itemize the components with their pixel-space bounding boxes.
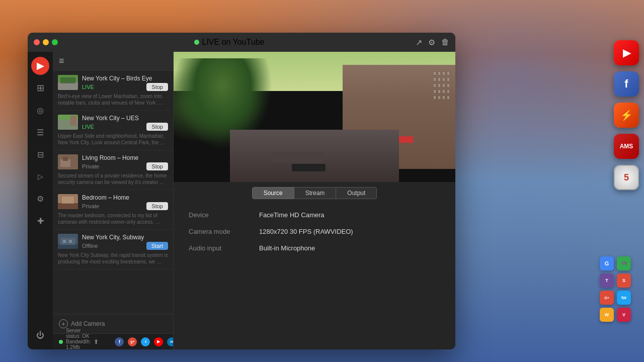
car-1 [272,152,323,162]
add-plus-icon[interactable]: ✚ [31,212,49,230]
social-linkedin-icon[interactable]: in [167,337,174,346]
source-row-audio-input: Audio input Built-in Microphone [189,244,440,252]
svg-rect-2 [60,77,75,83]
sm-icon-2[interactable]: 🎮 [617,256,631,270]
social-facebook-icon[interactable]: f [115,337,124,346]
tab-output[interactable]: Output [336,187,377,199]
lightning-dock-icon[interactable]: ⚡ [614,103,639,128]
camera-name-2: New York City – UES [82,115,168,122]
camera-status-1: LIVE [82,84,94,90]
sm-icon-5[interactable]: G+ [600,291,614,305]
camera-item-nyc-ues[interactable]: New York City – UES LIVE Stop Upper East… [53,111,173,150]
live-indicator: LIVE on YouTube [194,38,265,47]
facebook-dock-icon[interactable]: f [614,71,639,97]
camera-desc-3: Secured stream of a private residence, t… [58,172,168,186]
camera-status-2: LIVE [82,124,94,130]
stop-button-4[interactable]: Stop [146,202,168,210]
camera-status-row-5: Offline Start [82,242,168,250]
sm-icon-7[interactable]: W [600,308,614,322]
header-actions: ↗ ⚙ 🗑 [416,38,449,47]
camera-list-panel: ≡ New York City – Bir [53,52,174,349]
sm-icon-1[interactable]: G [600,256,614,270]
upload-icon: ⬆ [94,338,99,345]
svg-rect-15 [63,240,66,243]
logo-icon[interactable]: ▶ [31,57,49,75]
add-camera-icon: + [59,319,68,328]
video-channel-icon[interactable]: ▷ [31,167,49,186]
camera-mode-label: Camera mode [189,228,259,235]
camera-info-3: Living Room – Home Private Stop [82,154,168,170]
stop-button-3[interactable]: Stop [146,162,168,170]
app-window: LIVE on YouTube ↗ ⚙ 🗑 ▶ ⊞ ◎ ☰ ⊟ ▷ ⚙ ✚ ⏻ … [28,33,455,349]
camera-thumb-1 [58,75,78,90]
svg-rect-14 [60,238,75,245]
stop-button-1[interactable]: Stop [146,83,168,91]
camera-list: New York City – Birds Eye LIVE Stop Bird… [53,71,173,314]
location-icon[interactable]: ◎ [31,101,49,119]
camera-status-row-3: Private Stop [82,162,168,170]
audio-input-label: Audio input [189,244,259,252]
street-scene [174,52,455,182]
settings-header-icon[interactable]: ⚙ [428,38,435,47]
small-dock: G 🎮 T S G+ tw W V [600,256,640,322]
camera-item-nyc-birds[interactable]: New York City – Birds Eye LIVE Stop Bird… [53,71,173,111]
server-status-dot [59,340,63,344]
social-twitter-icon[interactable]: t [141,337,150,346]
menu-icon[interactable]: ≡ [59,56,64,66]
camera-info-5: New York City, Subway Offline Start [82,234,168,250]
library-icon[interactable]: ⊞ [31,79,49,97]
svg-rect-8 [63,157,68,161]
camera-item-subway[interactable]: New York City, Subway Offline Start New … [53,230,173,269]
device-value: FaceTime HD Camera [259,211,325,219]
stop-button-2[interactable]: Stop [146,123,168,131]
sm-icon-3[interactable]: T [600,274,614,288]
youtube-dock-icon[interactable]: ▶ [614,40,639,65]
svg-rect-16 [69,240,72,243]
start-button-5[interactable]: Start [146,242,168,250]
social-icons-bar: f g+ t ▶ in [115,337,174,346]
social-googleplus-icon[interactable]: g+ [128,337,137,346]
camera-item-living[interactable]: Living Room – Home Private Stop Secured … [53,150,173,190]
camera-info-2: New York City – UES LIVE Stop [82,115,168,131]
camera-status-4: Private [82,203,99,209]
camera-desc-5: New York City Subway, the rapid transit … [58,252,168,265]
list-icon[interactable]: ☰ [31,123,49,141]
tab-stream[interactable]: Stream [294,187,337,199]
tabs-row: Source Stream Output [174,182,455,203]
svg-rect-11 [62,197,74,204]
grid-icon[interactable]: ⊟ [31,145,49,163]
close-button[interactable] [34,39,40,45]
camera-name-5: New York City, Subway [82,234,168,241]
fullscreen-button[interactable] [52,39,58,45]
live-label: LIVE on YouTube [202,38,265,47]
camera-status-row-4: Private Stop [82,202,168,210]
app-settings-icon[interactable]: ⚙ [31,190,49,208]
device-label: Device [189,211,259,219]
svg-rect-1 [58,82,78,90]
sm-icon-6[interactable]: tw [617,291,631,305]
ams-dock-icon[interactable]: AMS [614,134,639,159]
icon-sidebar: ▶ ⊞ ◎ ☰ ⊟ ▷ ⚙ ✚ ⏻ [28,52,53,349]
tab-source[interactable]: Source [252,187,294,199]
title-bar: LIVE on YouTube ↗ ⚙ 🗑 [28,33,455,52]
badge5-dock-icon[interactable]: 5 [614,165,639,190]
camera-item-bedroom[interactable]: Bedroom – Home Private Stop The master b… [53,190,173,230]
bottom-bar: Server status: OK Bandwidth: 1.2Mb /1.4M… [53,333,173,349]
main-layout: ▶ ⊞ ◎ ☰ ⊟ ▷ ⚙ ✚ ⏻ ≡ [28,52,455,349]
social-youtube-icon[interactable]: ▶ [154,337,163,346]
camera-mode-value: 644x362 30 FPS (RAWVIDEO) [259,228,353,235]
share-icon[interactable]: ↗ [416,38,422,47]
power-icon[interactable]: ⏻ [31,326,49,344]
source-row-device: Device FaceTime HD Camera [189,211,440,219]
source-panel: Device FaceTime HD Camera Camera mode 12… [174,203,455,349]
panel-header: ≡ [53,52,173,71]
car-2 [292,164,326,172]
sm-icon-8[interactable]: V [617,308,631,322]
delete-icon[interactable]: 🗑 [441,38,449,47]
sm-icon-4[interactable]: S [617,274,631,288]
server-status-text: Server status: OK Bandwidth: 1.2Mb /1.4M… [66,328,91,349]
audio-input-value: Built-in Microphone [259,244,315,252]
camera-name-1: New York City – Birds Eye [82,75,168,82]
live-dot [194,40,199,45]
minimize-button[interactable] [43,39,49,45]
